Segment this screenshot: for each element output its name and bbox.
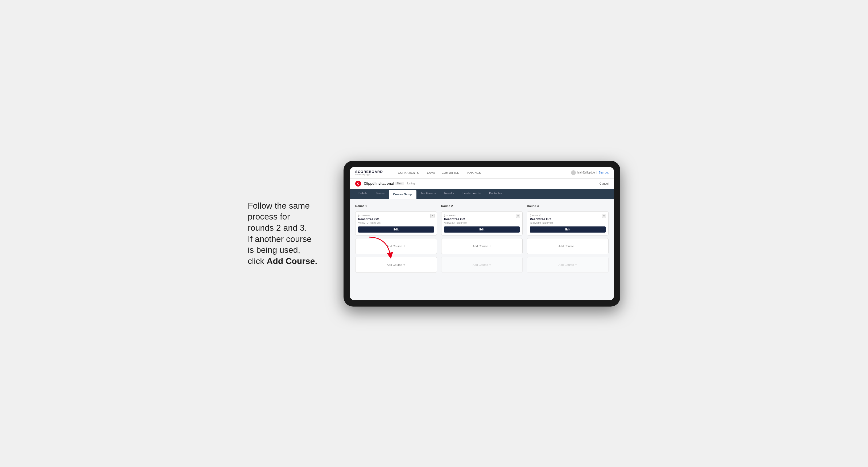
- round-2-add-course-label-1: Add Course: [473, 245, 488, 248]
- nav-committee[interactable]: COMMITTEE: [442, 171, 459, 174]
- user-avatar: [571, 170, 576, 175]
- tournament-logo: C: [355, 181, 361, 187]
- top-nav-links: TOURNAMENTS TEAMS COMMITTEE RANKINGS: [396, 171, 563, 174]
- round-1-add-course-2[interactable]: Add Course +: [355, 257, 437, 273]
- round-2-course-tag: (Course A): [444, 214, 520, 217]
- tab-printables[interactable]: Printables: [485, 189, 506, 199]
- instruction-text: Follow the same process for rounds 2 and…: [248, 200, 328, 267]
- round-2-add-plus-2: +: [489, 262, 491, 267]
- separator: |: [597, 171, 597, 174]
- round-1-edit-button[interactable]: Edit: [358, 226, 434, 232]
- round-3-course-name: Peachtree GC: [530, 217, 606, 221]
- round-3-course-card: (Course A) Peachtree GC Yellow (M) (6629…: [527, 211, 609, 236]
- round-1-add-course-label-2: Add Course: [386, 263, 402, 267]
- round-3-edit-button[interactable]: Edit: [530, 226, 606, 232]
- round-2-add-course-2: Add Course +: [441, 257, 523, 273]
- round-1-add-plus-1: +: [403, 244, 406, 248]
- round-1-label: Round 1: [355, 205, 437, 208]
- round-2-course-details: Yellow (M) (6629 yds): [444, 222, 520, 224]
- round-2-course-card: (Course A) Peachtree GC Yellow (M) (6629…: [441, 211, 523, 236]
- round-3-remove-button[interactable]: ✕: [602, 214, 606, 218]
- tab-leaderboards[interactable]: Leaderboards: [458, 189, 485, 199]
- tablet-screen: SCOREBOARD Powered by clippd TOURNAMENTS…: [350, 167, 614, 300]
- round-1-course-name: Peachtree GC: [358, 217, 434, 221]
- round-3-add-course-1[interactable]: Add Course +: [527, 238, 609, 254]
- round-2-edit-button[interactable]: Edit: [444, 226, 520, 232]
- round-1-course-tag: (Course A): [358, 214, 434, 217]
- nav-rankings[interactable]: RANKINGS: [466, 171, 481, 174]
- round-3-add-plus-1: +: [575, 244, 577, 248]
- nav-tournaments[interactable]: TOURNAMENTS: [396, 171, 419, 174]
- round-3-add-course-label-2: Add Course: [559, 263, 574, 267]
- logo-sub: Powered by clippd: [355, 174, 383, 176]
- round-2-label: Round 2: [441, 205, 523, 208]
- tab-results[interactable]: Results: [440, 189, 458, 199]
- round-1-add-plus-2: +: [403, 262, 406, 267]
- tab-tee-groups[interactable]: Tee Groups: [416, 189, 440, 199]
- page-wrapper: Follow the same process for rounds 2 and…: [248, 161, 620, 307]
- nav-teams[interactable]: TEAMS: [425, 171, 435, 174]
- add-course-bold: Add Course.: [267, 256, 317, 266]
- tab-bar: Details Teams Course Setup Tee Groups Re…: [350, 189, 614, 199]
- logo-main: SCOREBOARD: [355, 170, 383, 174]
- top-nav-right: blair@clippd.io | Sign out: [571, 170, 609, 175]
- round-3-label: Round 3: [527, 205, 609, 208]
- main-content: Round 1 (Course A) Peachtree GC Yellow (…: [350, 199, 614, 300]
- round-2-add-course-label-2: Add Course: [473, 263, 488, 267]
- round-2-remove-button[interactable]: ✕: [516, 214, 520, 218]
- hosting-badge: Hosting: [406, 182, 415, 185]
- tournament-name: Clippd Invitational: [364, 182, 394, 185]
- round-3-col: Round 3 (Course A) Peachtree GC Yellow (…: [527, 205, 609, 273]
- cancel-button[interactable]: Cancel: [599, 182, 609, 185]
- round-3-add-plus-2: +: [575, 262, 577, 267]
- tournament-badge: Men: [395, 182, 404, 185]
- scoreboard-logo: SCOREBOARD Powered by clippd: [355, 170, 383, 176]
- round-3-course-tag: (Course A): [530, 214, 606, 217]
- tab-course-setup[interactable]: Course Setup: [389, 190, 416, 199]
- round-1-col: Round 1 (Course A) Peachtree GC Yellow (…: [355, 205, 437, 273]
- tournament-header: C Clippd Invitational Men Hosting Cancel: [350, 179, 614, 189]
- rounds-grid: Round 1 (Course A) Peachtree GC Yellow (…: [355, 205, 609, 273]
- round-2-add-plus-1: +: [489, 244, 491, 248]
- round-1-add-course-1[interactable]: Add Course +: [355, 238, 437, 254]
- sign-out-link[interactable]: Sign out: [599, 171, 609, 174]
- tablet-frame: SCOREBOARD Powered by clippd TOURNAMENTS…: [344, 161, 620, 307]
- round-3-add-course-2: Add Course +: [527, 257, 609, 273]
- round-2-add-course-1[interactable]: Add Course +: [441, 238, 523, 254]
- round-2-col: Round 2 (Course A) Peachtree GC Yellow (…: [441, 205, 523, 273]
- top-nav: SCOREBOARD Powered by clippd TOURNAMENTS…: [350, 167, 614, 179]
- tab-teams[interactable]: Teams: [372, 189, 389, 199]
- round-1-add-course-label-1: Add Course: [386, 245, 402, 248]
- user-email: blair@clippd.io: [578, 171, 595, 174]
- round-3-course-details: Yellow (M) (6629 yds): [530, 222, 606, 224]
- round-1-course-card: (Course A) Peachtree GC Yellow (M) (6629…: [355, 211, 437, 236]
- round-1-course-details: Yellow (M) (6629 yds): [358, 222, 434, 224]
- round-1-remove-button[interactable]: ✕: [430, 214, 435, 218]
- round-2-course-name: Peachtree GC: [444, 217, 520, 221]
- tab-details[interactable]: Details: [354, 189, 372, 199]
- round-3-add-course-label-1: Add Course: [559, 245, 574, 248]
